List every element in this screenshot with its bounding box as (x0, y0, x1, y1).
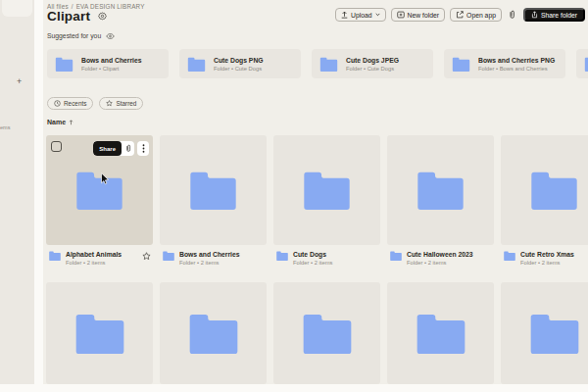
star-icon (106, 100, 113, 107)
folder-meta: Folder • 2 items (520, 260, 574, 266)
folder-name: Cute Halloween 2023 (407, 251, 473, 258)
tile-share-button[interactable]: Share (93, 141, 122, 156)
sidebar-partial-label: ems (0, 124, 10, 130)
suggested-card-title: Cute Dogs JPEG (346, 57, 399, 64)
folder-mini-icon (390, 251, 402, 261)
kebab-menu-icon[interactable] (137, 141, 149, 156)
file-manager-window: + ems All files / EVA DESIGN LIBRARY Cli… (0, 0, 588, 392)
suggested-label: Suggested for you (47, 32, 101, 39)
suggested-card[interactable]: Cute Dogs PNGFolder • Cute Dogs (179, 49, 301, 78)
folder-icon (75, 313, 124, 354)
folder-icon (530, 313, 579, 354)
suggested-card[interactable]: Cute Dogs JPEGFolder • Cute Dogs (312, 49, 433, 78)
suggested-card-title: Bows and Cherries PNG (478, 57, 555, 64)
folder-icon (452, 57, 470, 72)
suggested-card-cutoff[interactable] (576, 49, 588, 78)
folder-tile-card[interactable] (387, 135, 494, 245)
folder-tile-card[interactable] (501, 135, 588, 245)
folder-tile-card[interactable] (46, 282, 153, 384)
folder-icon (189, 313, 238, 354)
mouse-cursor (101, 172, 110, 185)
share-icon (531, 11, 538, 19)
folder-icon (584, 57, 588, 72)
upload-button[interactable]: Upload (335, 8, 386, 22)
folder-icon (303, 313, 352, 354)
folder-tile-card[interactable] (160, 135, 267, 245)
folder-icon (416, 313, 466, 354)
folder-tile-cute-halloween-2023[interactable]: Cute Halloween 2023Folder • 2 items (387, 135, 494, 266)
folder-name: Bows and Cherries (179, 251, 240, 258)
folder-name: Cute Retro Xmas (520, 251, 574, 258)
suggested-card-subtitle: Folder • Clipart (81, 66, 142, 72)
folder-tile-card[interactable] (160, 282, 267, 384)
folder-icon (319, 57, 338, 72)
folder-mini-icon (504, 251, 515, 261)
sort-ascending-icon (69, 120, 74, 125)
star-icon[interactable] (142, 252, 151, 261)
suggested-card[interactable]: Bows and Cherries PNGFolder • Bows and C… (444, 49, 565, 78)
select-checkbox[interactable] (51, 141, 62, 152)
folder-tile-card[interactable] (387, 282, 494, 384)
filter-recents-chip[interactable]: Recents (47, 97, 93, 110)
folder-tile[interactable] (501, 282, 588, 384)
suggested-cards: Bows and CherriesFolder • Clipart Cute D… (47, 49, 588, 78)
folder-tile-bows-and-cherries[interactable]: Bows and CherriesFolder • 2 items (160, 135, 267, 266)
folder-tile-card[interactable]: Share (46, 135, 153, 245)
folder-icon (187, 57, 206, 72)
share-folder-button[interactable]: Share folder (523, 8, 585, 22)
folder-mini-icon (163, 251, 174, 261)
attachment-icon[interactable] (507, 8, 518, 22)
main-panel: All files / EVA DESIGN LIBRARY Clipart U… (43, 0, 588, 384)
suggested-card-subtitle: Folder • Bows and Cherries (478, 66, 555, 72)
folder-icon (417, 171, 464, 210)
folder-tile-cute-dogs[interactable]: Cute DogsFolder • 2 items (273, 135, 380, 266)
folder-settings-icon[interactable] (96, 10, 108, 24)
visibility-eye-icon[interactable] (106, 33, 115, 39)
open-app-button[interactable]: Open app (450, 8, 502, 22)
suggested-card-title: Bows and Cherries (81, 57, 142, 64)
folder-tile[interactable] (387, 282, 494, 384)
folder-tile-card[interactable] (273, 282, 380, 384)
folder-name: Alphabet Animals (66, 251, 122, 258)
folder-tile-cute-retro-xmas[interactable]: Cute Retro XmasFolder • 2 items (501, 135, 588, 266)
folder-icon (55, 57, 74, 72)
folder-tile[interactable] (46, 282, 153, 384)
folder-icon (190, 171, 236, 210)
new-folder-button[interactable]: New folder (391, 8, 446, 22)
folder-mini-icon (276, 251, 288, 261)
attachment-icon[interactable] (122, 141, 134, 156)
sidebar-add-icon[interactable]: + (17, 76, 22, 86)
folder-tile[interactable] (160, 282, 267, 384)
folder-meta: Folder • 2 items (293, 260, 332, 266)
external-link-icon (456, 11, 464, 19)
folder-icon (531, 171, 577, 210)
folder-icon (76, 171, 122, 210)
chevron-down-icon (375, 13, 380, 17)
folder-name: Cute Dogs (293, 251, 332, 258)
clock-icon (54, 100, 61, 107)
folder-tile-alphabet-animals[interactable]: Share Alphabet AnimalsFolder • 2 items (46, 135, 153, 266)
filter-starred-chip[interactable]: Starred (99, 97, 143, 110)
suggested-card-subtitle: Folder • Cute Dogs (214, 66, 264, 72)
suggested-card-title: Cute Dogs PNG (214, 57, 264, 64)
folder-tile-card[interactable] (273, 135, 380, 245)
folder-meta: Folder • 2 items (407, 260, 473, 266)
new-folder-icon (397, 11, 405, 19)
sort-by-name[interactable]: Name (47, 119, 74, 125)
suggested-card[interactable]: Bows and CherriesFolder • Clipart (47, 49, 169, 78)
page-title: Clipart (47, 9, 90, 24)
folder-tile[interactable] (273, 282, 380, 384)
sidebar-top-card (2, 0, 32, 17)
folder-tile-card[interactable] (501, 282, 588, 384)
folder-meta: Folder • 2 items (66, 260, 122, 266)
folder-meta: Folder • 2 items (179, 260, 240, 266)
folder-mini-icon (49, 251, 61, 261)
folder-icon (304, 171, 350, 210)
upload-icon (341, 11, 348, 19)
folder-grid-row-2 (46, 282, 588, 384)
header-actions: Upload New folder Open app Share folder (335, 8, 585, 22)
sidebar: + ems (0, 0, 34, 384)
suggested-card-subtitle: Folder • Cute Dogs (346, 66, 399, 72)
folder-grid-row-1: Share Alphabet AnimalsFolder • 2 items (46, 135, 588, 266)
